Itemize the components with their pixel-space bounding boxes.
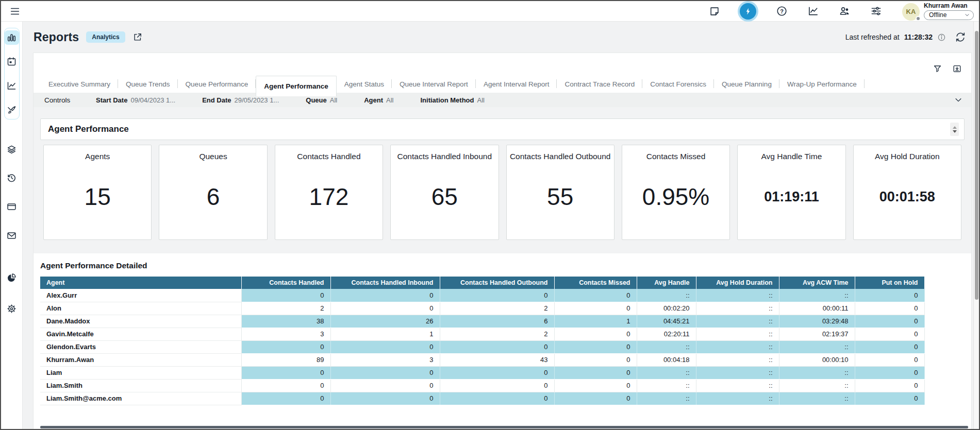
metric-cell: 3: [330, 353, 440, 366]
tab-queue-planning[interactable]: Queue Planning: [714, 76, 779, 93]
filter-start-date[interactable]: Start Date09/04/2023 1...: [96, 96, 175, 104]
tab-contract-trace-record[interactable]: Contract Trace Record: [557, 76, 642, 93]
metric-cell: ::: [637, 289, 696, 302]
tab-agent-performance[interactable]: Agent Performance: [256, 76, 337, 96]
hamburger-menu-icon[interactable]: [7, 4, 23, 19]
column-header-avg-handle[interactable]: Avg Handle: [637, 277, 696, 289]
column-header-avg-acw-time[interactable]: Avg ACW Time: [779, 277, 855, 289]
main-content: Reports Analytics Last refreshed at 11:2…: [23, 22, 979, 429]
sidebar-browser-window-icon[interactable]: [5, 199, 19, 214]
detail-table-title: Agent Performance Detailed: [40, 261, 965, 270]
kpi-card-avg-hold-duration: Avg Hold Duration00:01:58: [853, 145, 961, 240]
metric-cell: 02:20:11: [637, 328, 696, 340]
sidebar-layers-icon[interactable]: [5, 142, 19, 157]
column-header-put-on-hold[interactable]: Put on Hold: [855, 277, 924, 289]
filter-label: Agent: [364, 96, 383, 104]
metric-cell: 0: [440, 379, 554, 392]
sidebar-history-icon[interactable]: [5, 170, 19, 185]
status-select[interactable]: Offline: [924, 10, 974, 20]
vertical-scrollbar-track: [973, 22, 979, 429]
metric-cell: 00:04:18: [637, 353, 696, 366]
filter-funnel-icon[interactable]: [932, 63, 942, 74]
metric-cell: 2: [440, 328, 554, 340]
sidebar-envelope-icon[interactable]: [5, 228, 19, 243]
sidebar-gear-icon[interactable]: [5, 301, 19, 316]
table-row: Liam.Smith@acme.com0000::::::0: [40, 392, 924, 405]
tab-queue-performance[interactable]: Queue Performance: [178, 76, 256, 93]
svg-text:?: ?: [780, 8, 784, 14]
table-row: Liam.Smith0000::::::0: [40, 379, 924, 392]
tab-queue-trends[interactable]: Queue Trends: [118, 76, 178, 93]
table-row: Gavin.Metcalfe312002:20:11::02:19:370: [40, 328, 924, 340]
sidebar-bar-chart-icon[interactable]: [5, 30, 19, 45]
kpi-label: Contacts Handled: [297, 152, 360, 161]
user-name: Khurram Awan: [924, 2, 974, 9]
filter-value: 29/05/2023 1...: [235, 96, 279, 104]
agent-name-cell: Dane.Maddox: [40, 315, 241, 328]
users-icon[interactable]: [838, 5, 851, 18]
download-icon[interactable]: [952, 63, 962, 74]
avatar-initials: KA: [906, 8, 916, 15]
filter-queue[interactable]: QueueAll: [306, 96, 337, 104]
refresh-icon[interactable]: [955, 31, 966, 43]
topbar-actions: ? KA Khurram Awan Offline: [708, 2, 974, 21]
metric-cell: 0: [855, 340, 924, 353]
metric-cell: 03:29:48: [779, 315, 855, 328]
filter-value: All: [330, 96, 337, 104]
metric-cell: ::: [779, 366, 855, 379]
column-header-avg-hold-duration[interactable]: Avg Hold Duration: [696, 277, 779, 289]
status-dot: [916, 16, 921, 21]
horizontal-scrollbar[interactable]: [40, 426, 968, 428]
metric-cell: 02:19:37: [779, 328, 855, 340]
filter-agent[interactable]: AgentAll: [364, 96, 393, 104]
info-icon[interactable]: [937, 33, 946, 42]
agent-name-cell: Liam.Smith: [40, 379, 241, 392]
column-header-contacts-handled[interactable]: Contacts Handled: [241, 277, 330, 289]
controls-expand-chevron-icon[interactable]: [954, 95, 963, 105]
vertical-scrollbar-thumb[interactable]: [975, 31, 978, 300]
tab-agent-status[interactable]: Agent Status: [337, 76, 392, 93]
sidebar-calendar-icon[interactable]: [5, 54, 19, 68]
help-icon[interactable]: ?: [775, 5, 788, 18]
kpi-value: 172: [309, 183, 349, 211]
section-collapse-spinner[interactable]: [950, 123, 959, 136]
agent-name-cell: Alon: [40, 302, 241, 315]
section-header: Agent Performance: [40, 118, 965, 140]
metric-cell: 0: [241, 340, 330, 353]
filter-initiation-method[interactable]: Initiation MethodAll: [420, 96, 484, 104]
metric-cell: ::: [779, 340, 855, 353]
metric-cell: ::: [696, 379, 779, 392]
kpi-label: Avg Handle Time: [761, 152, 822, 161]
tab-wrap-up-performance[interactable]: Wrap-Up Performance: [779, 76, 865, 93]
metric-cell: 0: [440, 289, 554, 302]
release-notes-icon[interactable]: [708, 5, 721, 18]
external-link-icon[interactable]: [132, 32, 143, 42]
sidebar: [1, 22, 23, 429]
tab-contact-forensics[interactable]: Contact Forensics: [642, 76, 714, 93]
card-body: Agent Performance Agents15Queues6Contact…: [34, 107, 971, 429]
settings-sliders-icon[interactable]: [870, 5, 882, 18]
filter-end-date[interactable]: End Date29/05/2023 1...: [202, 96, 279, 104]
metric-cell: ::: [696, 340, 779, 353]
quick-actions-icon[interactable]: [740, 3, 756, 20]
column-header-agent[interactable]: Agent: [40, 277, 241, 289]
tab-agent-interval-report[interactable]: Agent Interval Report: [476, 76, 557, 93]
tab-queue-interval-report[interactable]: Queue Interval Report: [392, 76, 476, 93]
sidebar-line-chart-icon[interactable]: [5, 78, 19, 93]
metric-cell: ::: [696, 366, 779, 379]
tab-executive-summary[interactable]: Executive Summary: [41, 76, 118, 93]
metric-cell: 43: [440, 353, 554, 366]
tab-bar: Executive SummaryQueue TrendsQueue Perfo…: [34, 76, 971, 93]
metric-cell: 1: [554, 315, 637, 328]
metrics-icon[interactable]: [807, 5, 819, 18]
column-header-contacts-handled-inbound[interactable]: Contacts Handled Inbound: [330, 277, 440, 289]
sidebar-pie-chart-icon[interactable]: [5, 270, 19, 285]
app-window: ? KA Khurram Awan Offline: [0, 0, 980, 430]
column-header-contacts-handled-outbound[interactable]: Contacts Handled Outbound: [440, 277, 554, 289]
column-header-contacts-missed[interactable]: Contacts Missed: [554, 277, 637, 289]
avatar[interactable]: KA: [902, 3, 920, 21]
page-title: Reports: [34, 30, 79, 44]
filter-label: Queue: [306, 96, 326, 104]
metric-cell: 1: [330, 328, 440, 340]
sidebar-design-brush-icon[interactable]: [5, 102, 19, 117]
